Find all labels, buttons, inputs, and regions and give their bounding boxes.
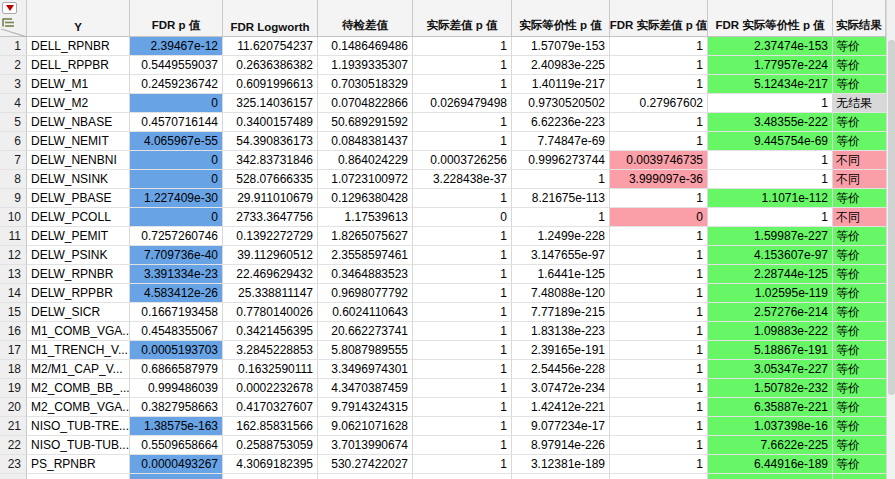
cell-y[interactable]: DELW_SICR (27, 303, 130, 322)
cell-actual-equiv-p[interactable]: 1.83138e-223 (512, 322, 610, 341)
cell-actual-result[interactable]: 等价 (833, 455, 886, 474)
cell-y[interactable]: DELW_PCOLL (27, 208, 130, 227)
cell-fdr-p[interactable]: 0.5449559037 (130, 56, 223, 75)
cell-fdr-actual-diff-p[interactable]: 1 (610, 265, 708, 284)
cell-diff-to-test[interactable]: 0.3464883523 (318, 265, 413, 284)
cell-fdr-p[interactable]: 0 (130, 151, 223, 170)
cell-fdr-logworth[interactable]: 0.2588753059 (223, 436, 318, 455)
cell-diff-to-test[interactable]: 20.662273741 (318, 322, 413, 341)
row-number-cell[interactable]: 2 (0, 56, 27, 75)
cell-actual-equiv-p[interactable]: 1.2499e-228 (512, 227, 610, 246)
cell-fdr-actual-equiv-p[interactable]: 5.12434e-217 (708, 75, 833, 94)
cell-actual-equiv-p[interactable]: 1.6441e-125 (512, 265, 610, 284)
cell-actual-result[interactable]: 等价 (833, 341, 886, 360)
cell-y[interactable]: DELW_M1 (27, 75, 130, 94)
cell-fdr-logworth[interactable]: 22.469629432 (223, 265, 318, 284)
row-number-cell[interactable]: 23 (0, 455, 27, 474)
cell-actual-result[interactable]: 等价 (833, 265, 886, 284)
cell-fdr-actual-diff-p[interactable]: 1 (610, 341, 708, 360)
cell-diff-to-test[interactable]: 9.0621071628 (318, 417, 413, 436)
cell-actual-result[interactable]: 等价 (833, 56, 886, 75)
cell-diff-to-test[interactable]: 0.864024229 (318, 151, 413, 170)
cell-fdr-actual-equiv-p[interactable]: 1.1071e-112 (708, 189, 833, 208)
cell-actual-equiv-p[interactable]: 1 (512, 170, 610, 189)
cell-fdr-logworth[interactable]: 162.85831566 (223, 417, 318, 436)
cell-fdr-actual-equiv-p[interactable]: 1.50782e-232 (708, 379, 833, 398)
cell-actual-diff-p[interactable]: 1 (413, 246, 512, 265)
cell-actual-result[interactable]: 等价 (833, 398, 886, 417)
cell-fdr-logworth[interactable]: 0.4170327607 (223, 398, 318, 417)
column-header-actual-equiv-p[interactable]: 实际等价性 p 值 (512, 0, 610, 36)
cell-actual-result[interactable]: 等价 (833, 417, 886, 436)
cell-fdr-p[interactable]: 0.4548355067 (130, 322, 223, 341)
cell-fdr-actual-equiv-p[interactable]: 6.35887e-221 (708, 398, 833, 417)
cell-fdr-logworth[interactable]: 2733.3647756 (223, 208, 318, 227)
cell-fdr-actual-diff-p[interactable]: 1 (610, 455, 708, 474)
cell-fdr-p[interactable]: 0 (130, 170, 223, 189)
cell-actual-diff-p[interactable]: 0.0003726256 (413, 151, 512, 170)
cell-actual-diff-p[interactable]: 1 (413, 341, 512, 360)
row-number-cell[interactable]: 13 (0, 265, 27, 284)
cell-fdr-actual-diff-p[interactable]: 1 (610, 284, 708, 303)
cell-fdr-actual-equiv-p[interactable]: 1 (708, 170, 833, 189)
cell-fdr-p[interactable]: 0 (130, 208, 223, 227)
cell-fdr-actual-equiv-p[interactable]: 9.445754e-69 (708, 132, 833, 151)
cell-fdr-actual-diff-p[interactable]: 1 (610, 37, 708, 56)
cell-fdr-actual-equiv-p[interactable]: 5.18867e-191 (708, 341, 833, 360)
cell-actual-diff-p[interactable]: 1 (413, 56, 512, 75)
cell-fdr-p[interactable]: 0.7257260746 (130, 227, 223, 246)
cell-actual-diff-p[interactable]: 1 (413, 37, 512, 56)
cell-y[interactable]: NISO_TUB-TRE... (27, 417, 130, 436)
cell-diff-to-test[interactable]: 1.0723100972 (318, 170, 413, 189)
cell-actual-equiv-p[interactable]: 7.48088e-120 (512, 284, 610, 303)
cell-fdr-actual-equiv-p[interactable]: 1 (708, 151, 833, 170)
cell-fdr-actual-equiv-p[interactable]: 2.37474e-153 (708, 37, 833, 56)
row-number-cell[interactable]: 17 (0, 341, 27, 360)
cell-fdr-p[interactable]: 0.2459236742 (130, 75, 223, 94)
cell-fdr-logworth[interactable]: 54.390836173 (223, 132, 318, 151)
cell-actual-equiv-p[interactable]: 1.42412e-221 (512, 398, 610, 417)
cell-fdr-logworth[interactable]: 342.83731846 (223, 151, 318, 170)
cell-actual-diff-p[interactable]: 1 (413, 322, 512, 341)
cell-y[interactable]: DELW_NENBNI (27, 151, 130, 170)
cell-actual-result[interactable]: 无结果 (833, 94, 886, 113)
cell-fdr-actual-equiv-p[interactable]: 1.09883e-222 (708, 322, 833, 341)
cell-fdr-actual-equiv-p[interactable]: 1 (708, 208, 833, 227)
cell-diff-to-test[interactable]: 3.3496974301 (318, 360, 413, 379)
cell-diff-to-test[interactable]: 5.8087989555 (318, 341, 413, 360)
cell-actual-result[interactable]: 等价 (833, 132, 886, 151)
row-number-cell[interactable]: 7 (0, 151, 27, 170)
cell-actual-result[interactable]: 等价 (833, 227, 886, 246)
cell-fdr-logworth[interactable]: 0.6091996613 (223, 75, 318, 94)
cell-fdr-actual-diff-p[interactable]: 1 (610, 75, 708, 94)
cell-fdr-logworth[interactable]: 3.2845228853 (223, 341, 318, 360)
cell-fdr-p[interactable]: 3.391334e-23 (130, 265, 223, 284)
cell-fdr-p[interactable]: 0.4570716144 (130, 113, 223, 132)
cell-fdr-actual-diff-p[interactable]: 1 (610, 417, 708, 436)
cell-fdr-actual-diff-p[interactable]: 1 (610, 189, 708, 208)
cell-y[interactable]: DELL_RPNBR (27, 37, 130, 56)
cell-actual-equiv-p[interactable]: 1.57079e-153 (512, 37, 610, 56)
cell-actual-equiv-p[interactable]: 7.74847e-69 (512, 132, 610, 151)
cell-fdr-logworth[interactable]: 325.14036157 (223, 94, 318, 113)
cell-actual-result[interactable]: 等价 (833, 37, 886, 56)
cell-y[interactable]: DELW_NBASE (27, 113, 130, 132)
cell-y[interactable]: NISO_TUB-TUB... (27, 436, 130, 455)
cell-fdr-actual-equiv-p[interactable]: 2.28744e-125 (708, 265, 833, 284)
cell-fdr-p[interactable]: 0 (130, 94, 223, 113)
cell-diff-to-test[interactable]: 0.0704822866 (318, 94, 413, 113)
column-header-actual-result[interactable]: 实际结果 (833, 0, 886, 36)
cell-actual-diff-p[interactable]: 1 (413, 227, 512, 246)
cell-fdr-logworth[interactable]: 0.3400157489 (223, 113, 318, 132)
row-number-cell[interactable]: 20 (0, 398, 27, 417)
cell-y[interactable]: DELW_PBASE (27, 189, 130, 208)
cell-fdr-actual-diff-p[interactable]: 1 (610, 436, 708, 455)
row-number-cell[interactable]: 16 (0, 322, 27, 341)
row-number-cell[interactable]: 8 (0, 170, 27, 189)
cell-y[interactable]: DELW_RPNBR (27, 265, 130, 284)
cell-fdr-actual-equiv-p[interactable]: 7.6622e-225 (708, 436, 833, 455)
row-number-cell[interactable]: 6 (0, 132, 27, 151)
cell-fdr-actual-diff-p[interactable]: 1 (610, 360, 708, 379)
cell-fdr-p[interactable]: 0.5509658664 (130, 436, 223, 455)
row-number-cell[interactable]: 18 (0, 360, 27, 379)
